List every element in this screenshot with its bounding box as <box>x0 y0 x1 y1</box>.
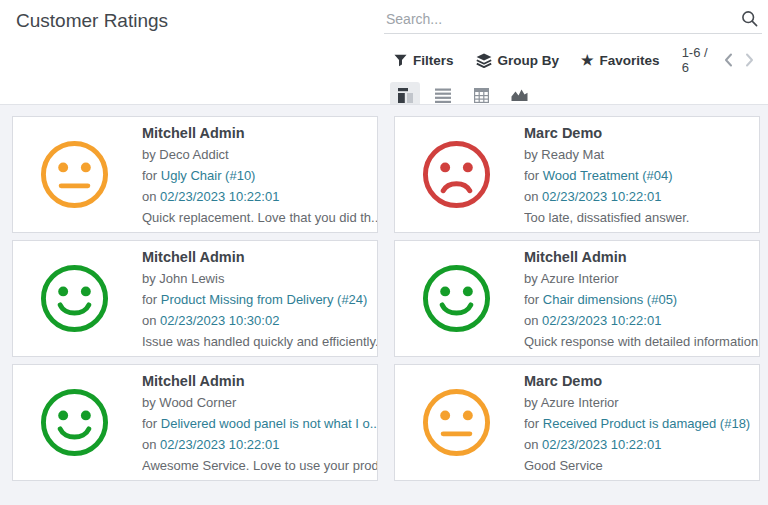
favorites-button[interactable]: ★ Favorites <box>581 53 660 68</box>
rating-card-body: Mitchell Admin by John Lewis for Product… <box>142 246 377 352</box>
graph-view-icon <box>511 88 528 102</box>
page-title: Customer Ratings <box>16 8 168 104</box>
search-input[interactable] <box>386 11 741 27</box>
rating-card-body: Mitchell Admin by Deco Addict for Ugly C… <box>142 122 377 228</box>
rating-card[interactable]: Mitchell Admin by Deco Addict for Ugly C… <box>12 116 378 233</box>
rating-card[interactable]: Mitchell Admin by Azure Interior for Cha… <box>394 240 760 357</box>
subject-link[interactable]: Received Product is damaged (#18) <box>543 416 750 431</box>
rating-card-body: Mitchell Admin by Wood Corner for Delive… <box>142 370 377 476</box>
on-prefix: on <box>524 437 538 452</box>
company-name: Azure Interior <box>541 395 619 410</box>
rating-datetime: 02/23/2023 10:22:01 <box>542 437 661 452</box>
rating-smiley-icon <box>39 139 110 210</box>
rating-datetime: 02/23/2023 10:22:01 <box>160 437 279 452</box>
for-prefix: for <box>524 416 539 431</box>
pivot-view-button[interactable] <box>466 82 496 104</box>
group-by-button[interactable]: Group By <box>476 53 560 68</box>
for-prefix: for <box>142 292 157 307</box>
date-line: on 02/23/2023 10:22:01 <box>524 434 750 455</box>
filters-button[interactable]: Filters <box>394 53 454 68</box>
rating-card[interactable]: Mitchell Admin by John Lewis for Product… <box>12 240 378 357</box>
subject-link[interactable]: Ugly Chair (#10) <box>161 168 256 183</box>
group-by-label: Group By <box>498 53 560 68</box>
subject-link[interactable]: Chair dimensions (#05) <box>543 292 677 307</box>
company-line: by Azure Interior <box>524 268 759 289</box>
subject-line: for Wood Treatment (#04) <box>524 165 689 186</box>
list-view-button[interactable] <box>428 82 458 104</box>
for-prefix: for <box>524 168 539 183</box>
rating-smiley-icon <box>421 387 492 458</box>
by-prefix: by <box>142 271 156 286</box>
rating-datetime: 02/23/2023 10:22:01 <box>542 189 661 204</box>
kanban-view-button[interactable] <box>390 82 420 104</box>
subject-line: for Delivered wood panel is not what I o… <box>142 413 377 434</box>
subject-link[interactable]: Product Missing from Delivery (#24) <box>161 292 368 307</box>
company-line: by Azure Interior <box>524 392 750 413</box>
date-line: on 02/23/2023 10:22:01 <box>142 434 377 455</box>
rating-card[interactable]: Marc Demo by Azure Interior for Received… <box>394 364 760 481</box>
pivot-view-icon <box>474 88 489 103</box>
pager-next-icon[interactable] <box>745 53 754 67</box>
rating-smiley-icon <box>421 263 492 334</box>
ratings-grid: Mitchell Admin by Deco Addict for Ugly C… <box>12 116 760 481</box>
customer-name: Mitchell Admin <box>142 122 377 144</box>
rating-smiley-icon <box>39 387 110 458</box>
feedback-text: Awesome Service. Love to use your prod..… <box>142 455 377 476</box>
subject-link[interactable]: Delivered wood panel is not what I o... <box>161 416 377 431</box>
subject-line: for Received Product is damaged (#18) <box>524 413 750 434</box>
company-name: Ready Mat <box>541 147 604 162</box>
feedback-text: Issue was handled quickly and efficientl… <box>142 331 377 352</box>
graph-view-button[interactable] <box>504 82 534 104</box>
rating-card[interactable]: Marc Demo by Ready Mat for Wood Treatmen… <box>394 116 760 233</box>
on-prefix: on <box>142 189 156 204</box>
filters-label: Filters <box>413 53 454 68</box>
rating-datetime: 02/23/2023 10:22:01 <box>542 313 661 328</box>
feedback-text: Quick replacement. Love that you did th.… <box>142 207 377 228</box>
on-prefix: on <box>524 313 538 328</box>
date-line: on 02/23/2023 10:30:02 <box>142 310 377 331</box>
on-prefix: on <box>142 313 156 328</box>
subject-line: for Ugly Chair (#10) <box>142 165 377 186</box>
rating-card-body: Marc Demo by Azure Interior for Received… <box>524 370 750 476</box>
for-prefix: for <box>524 292 539 307</box>
filter-funnel-icon <box>394 54 407 67</box>
control-panel-right: Filters Group By ★ Favorites <box>384 8 762 104</box>
on-prefix: on <box>142 437 156 452</box>
for-prefix: for <box>142 416 157 431</box>
customer-name: Marc Demo <box>524 370 750 392</box>
rating-datetime: 02/23/2023 10:22:01 <box>160 189 279 204</box>
by-prefix: by <box>142 395 156 410</box>
feedback-text: Too late, dissatisfied answer. <box>524 207 689 228</box>
pager-previous-icon[interactable] <box>724 53 733 67</box>
by-prefix: by <box>142 147 156 162</box>
rating-smiley-icon <box>421 139 492 210</box>
star-icon: ★ <box>581 53 594 67</box>
on-prefix: on <box>524 189 538 204</box>
company-name: Azure Interior <box>541 271 619 286</box>
feedback-text: Good Service <box>524 455 750 476</box>
favorites-label: Favorites <box>600 53 660 68</box>
date-line: on 02/23/2023 10:22:01 <box>524 310 759 331</box>
by-prefix: by <box>524 147 538 162</box>
company-name: John Lewis <box>159 271 224 286</box>
control-panel: Customer Ratings <box>0 0 768 104</box>
customer-name: Marc Demo <box>524 122 689 144</box>
search-icon[interactable] <box>741 10 758 27</box>
by-prefix: by <box>524 271 538 286</box>
rating-card-body: Marc Demo by Ready Mat for Wood Treatmen… <box>524 122 689 228</box>
subject-link[interactable]: Wood Treatment (#04) <box>543 168 673 183</box>
customer-name: Mitchell Admin <box>142 246 377 268</box>
pager: 1-6 / 6 <box>682 45 762 75</box>
customer-name: Mitchell Admin <box>524 246 759 268</box>
rating-card[interactable]: Mitchell Admin by Wood Corner for Delive… <box>12 364 378 481</box>
company-name: Deco Addict <box>159 147 228 162</box>
view-switcher <box>390 82 762 104</box>
company-line: by Deco Addict <box>142 144 377 165</box>
by-prefix: by <box>524 395 538 410</box>
company-line: by John Lewis <box>142 268 377 289</box>
search-bar <box>384 8 762 34</box>
rating-datetime: 02/23/2023 10:30:02 <box>160 313 279 328</box>
company-line: by Ready Mat <box>524 144 689 165</box>
customer-name: Mitchell Admin <box>142 370 377 392</box>
date-line: on 02/23/2023 10:22:01 <box>142 186 377 207</box>
